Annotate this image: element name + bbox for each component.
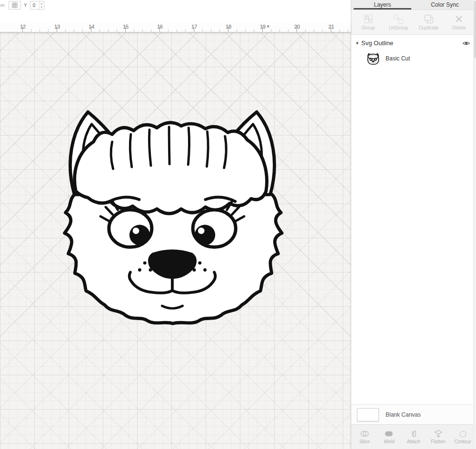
- tab-layers-label: Layers: [374, 1, 391, 8]
- grid-icon: [12, 2, 18, 8]
- contour-button[interactable]: Contour: [452, 429, 474, 444]
- layers-sidebar: Layers Color Sync Group: [351, 0, 476, 449]
- design-canvas[interactable]: [0, 32, 351, 449]
- grid-snap-button[interactable]: [9, 1, 21, 10]
- layer-actions-toolbar: Group UnGroup Duplicate: [351, 10, 476, 35]
- eye-icon: [462, 40, 470, 46]
- contour-button-label: Contour: [454, 439, 471, 444]
- ruler-number: 17: [191, 24, 197, 29]
- position-controls: on Y 0 ▲ ▼: [0, 1, 44, 10]
- slice-button-label: Slice: [359, 439, 370, 444]
- group-button-label: Group: [362, 25, 375, 30]
- ruler-number: 18: [226, 24, 231, 29]
- y-axis-label: Y: [24, 3, 27, 8]
- delete-button[interactable]: Delete: [445, 14, 473, 30]
- weld-button-label: Weld: [384, 439, 395, 444]
- layer-group-name: Svg Outline: [361, 39, 393, 47]
- layers-list: ▾ Svg Outline Basic Cut: [351, 35, 476, 404]
- horizontal-ruler: 12 13 14 15 16 17 18 19 20 21 ×: [0, 23, 351, 32]
- attach-button-label: Attach: [407, 439, 420, 444]
- layer-item-basic-cut[interactable]: Basic Cut: [351, 50, 476, 68]
- ruler-number: 20: [294, 24, 300, 29]
- sidebar-scrollbar[interactable]: [473, 0, 476, 449]
- design-app-window: on Y 0 ▲ ▼ 12 13 14 15: [0, 0, 476, 449]
- slice-icon: [360, 429, 369, 438]
- path-tools-toolbar: Slice Weld Attach Flatten: [351, 424, 476, 449]
- canvas-color-swatch[interactable]: [357, 408, 379, 421]
- ungroup-button[interactable]: UnGroup: [385, 14, 412, 30]
- attach-button[interactable]: Attach: [403, 429, 425, 444]
- layer-group-row[interactable]: ▾ Svg Outline: [351, 35, 476, 50]
- chevron-down-icon[interactable]: ▾: [356, 40, 358, 46]
- blank-canvas-label: Blank Canvas: [386, 411, 421, 418]
- duplicate-icon: [424, 14, 434, 24]
- flatten-icon: [434, 429, 443, 438]
- delete-icon: [454, 14, 464, 24]
- group-button[interactable]: Group: [355, 14, 382, 30]
- truncated-label: on: [0, 3, 5, 8]
- slice-button[interactable]: Slice: [354, 429, 376, 444]
- weld-button[interactable]: Weld: [378, 429, 400, 444]
- tab-color-sync[interactable]: Color Sync: [414, 0, 476, 10]
- visibility-toggle[interactable]: [462, 40, 470, 46]
- y-position-field[interactable]: 0 ▲ ▼: [30, 1, 44, 10]
- tab-color-sync-label: Color Sync: [431, 1, 459, 8]
- ruler-number: 15: [123, 24, 129, 29]
- layer-item-name: Basic Cut: [386, 55, 410, 62]
- y-position-value: 0: [30, 3, 39, 8]
- layer-thumbnail-art: [367, 53, 379, 65]
- svg-outline-artwork[interactable]: [53, 99, 291, 328]
- scrollbar-thumb[interactable]: [474, 1, 476, 58]
- ruler-number: 13: [54, 24, 60, 29]
- y-position-stepper[interactable]: ▲ ▼: [39, 1, 44, 9]
- ruler-number: 14: [89, 24, 94, 29]
- tab-layers[interactable]: Layers: [351, 0, 414, 10]
- ruler-number: 12: [20, 24, 26, 29]
- stepper-down-icon[interactable]: ▼: [40, 5, 44, 9]
- layer-thumbnail: [367, 52, 380, 65]
- ruler-number: 21: [328, 24, 334, 29]
- ruler-number: 19: [260, 24, 266, 29]
- group-icon: [363, 14, 374, 24]
- ungroup-icon: [393, 14, 404, 24]
- duplicate-button-label: Duplicate: [419, 25, 439, 30]
- sidebar-tabs: Layers Color Sync: [351, 0, 476, 10]
- main-area: on Y 0 ▲ ▼ 12 13 14 15: [0, 0, 351, 449]
- delete-button-label: Delete: [452, 25, 466, 30]
- duplicate-button[interactable]: Duplicate: [415, 14, 443, 30]
- ruler-number: 16: [157, 24, 163, 29]
- pointer-cursor-mark: ×: [267, 23, 269, 29]
- flatten-button[interactable]: Flatten: [427, 429, 449, 444]
- weld-icon: [384, 429, 394, 438]
- stepper-up-icon[interactable]: ▲: [40, 1, 44, 5]
- canvas-topbar: on Y 0 ▲ ▼: [0, 0, 351, 23]
- contour-icon: [458, 429, 467, 438]
- ungroup-button-label: UnGroup: [389, 25, 408, 30]
- blank-canvas-row[interactable]: Blank Canvas: [351, 404, 476, 424]
- attach-icon: [409, 429, 418, 438]
- flatten-button-label: Flatten: [431, 439, 446, 444]
